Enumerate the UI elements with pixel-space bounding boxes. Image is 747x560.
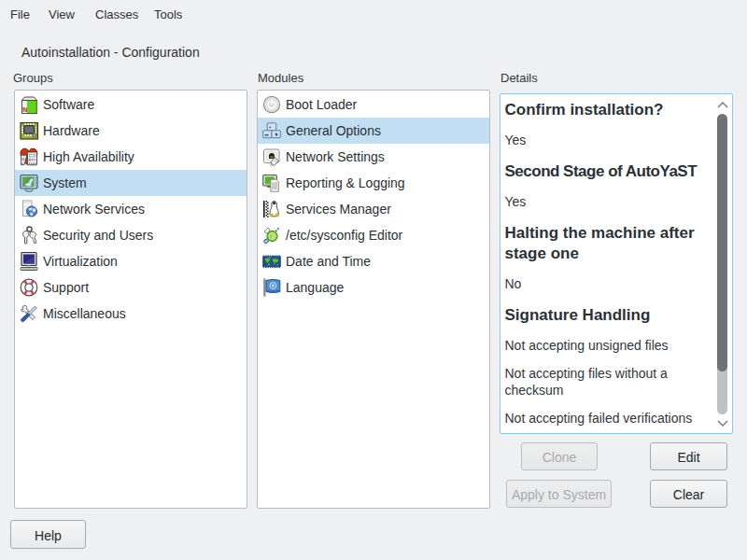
svg-text:N: N — [22, 106, 27, 113]
